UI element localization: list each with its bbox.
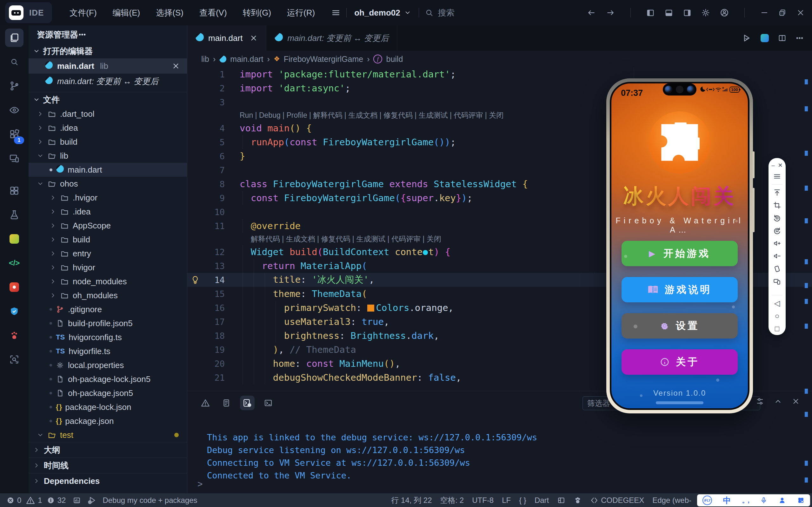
activity-item-extensions[interactable]: 1: [5, 125, 23, 144]
emulator-volume-up-button[interactable]: [773, 237, 781, 250]
activity-item-plugin-red[interactable]: [5, 278, 23, 296]
tree-folder-lib[interactable]: lib: [29, 149, 187, 163]
tree-file-oh-package-lock.json5[interactable]: oh-package-lock.json5: [29, 372, 187, 386]
global-search[interactable]: 搜索: [425, 7, 454, 18]
minimize-button[interactable]: [760, 8, 769, 17]
tree-folder-entry[interactable]: entry: [29, 246, 187, 261]
warning-count[interactable]: 1: [26, 496, 42, 505]
activity-item-plugin-yellow[interactable]: [5, 230, 23, 248]
emulator-rotate-right-button[interactable]: [773, 224, 781, 237]
breadcrumb[interactable]: lib›main.dart›❖FireboyWatergirlGame›fbui…: [187, 51, 812, 67]
account-icon[interactable]: [720, 8, 729, 17]
emulator-rotate-left-button[interactable]: [773, 212, 781, 224]
activity-item-explorer-files[interactable]: [5, 29, 23, 47]
hamburger-menu-icon[interactable]: [331, 8, 341, 17]
browser-target[interactable]: Edge (web-: [652, 496, 691, 505]
plugin-status-icon[interactable]: [574, 496, 582, 504]
filter-settings-icon[interactable]: [756, 397, 764, 406]
menu-item[interactable]: 文件(F): [62, 7, 104, 18]
game-button-开始游戏[interactable]: ▶开始游戏: [621, 241, 738, 266]
tree-file-.gitignore[interactable]: .gitignore: [29, 302, 187, 316]
lightbulb-icon[interactable]: [191, 275, 200, 285]
emulator-close-button[interactable]: ✕: [778, 162, 782, 169]
sidebar-section-大纲[interactable]: 大纲: [29, 442, 187, 457]
menu-item[interactable]: 运行(R): [279, 7, 323, 18]
tree-folder-node_modules[interactable]: node_modules: [29, 274, 187, 288]
game-button-游戏说明[interactable]: 游戏说明: [621, 277, 738, 302]
status-item[interactable]: LF: [502, 496, 511, 505]
activity-item-plugin-shield[interactable]: [5, 302, 23, 321]
files-section[interactable]: 文件: [29, 92, 187, 107]
status-item[interactable]: 行 14, 列 22: [391, 495, 432, 505]
toggle-secondary-sidebar-icon[interactable]: [683, 8, 692, 17]
toggle-panel-icon[interactable]: [664, 8, 673, 17]
activity-item-plugin-green[interactable]: </>: [5, 254, 23, 272]
tree-folder-test[interactable]: test: [29, 428, 187, 442]
emulator-rotate-device-button[interactable]: [773, 262, 781, 275]
terminal-tab-icon[interactable]: [261, 396, 276, 410]
activity-item-plugin-paw[interactable]: [5, 326, 23, 345]
close-icon[interactable]: [172, 62, 180, 70]
nav-forward-icon[interactable]: [606, 8, 615, 17]
activity-item-test-beaker[interactable]: [5, 206, 23, 224]
game-button-关于[interactable]: 关于: [621, 349, 738, 375]
status-item[interactable]: 空格: 2: [440, 495, 464, 505]
error-count[interactable]: 0: [6, 496, 21, 505]
emulator-multi-device-button[interactable]: [773, 275, 781, 288]
run-menu-icon[interactable]: [742, 33, 752, 43]
tree-folder-build[interactable]: build: [29, 135, 187, 149]
tree-folder-build[interactable]: build: [29, 233, 187, 246]
tree-file-main.dart[interactable]: main.dart: [29, 163, 187, 177]
emulator-volume-down-button[interactable]: [773, 250, 781, 262]
emulator-crop-button[interactable]: [773, 199, 781, 212]
activity-item-remote-device[interactable]: [5, 149, 23, 168]
activity-item-preview-eye[interactable]: [5, 101, 23, 119]
debug-console-tab-icon[interactable]: [240, 396, 255, 410]
tree-folder-hvigor[interactable]: hvigor: [29, 261, 187, 274]
status-item[interactable]: { }: [519, 496, 526, 505]
breadcrumb-item[interactable]: main.dart: [230, 55, 263, 64]
editor-tab[interactable]: main.dart: 变更前 ↔ 变更后: [266, 25, 397, 51]
tree-folder-ohos[interactable]: ohos: [29, 177, 187, 191]
tree-file-build-profile.json5[interactable]: build-profile.json5: [29, 316, 187, 330]
status-item[interactable]: Dart: [535, 496, 549, 505]
phone-screen[interactable]: 07:37 100 冰火人闯关 Fireboy & Watergirl A… ▶…: [610, 82, 750, 410]
breadcrumb-item[interactable]: build: [386, 55, 403, 64]
maximize-panel-icon[interactable]: [774, 397, 782, 406]
tree-file-oh-package.json5[interactable]: oh-package.json5: [29, 386, 187, 400]
gear-icon[interactable]: [701, 8, 710, 17]
ime-menu-icon[interactable]: [797, 497, 805, 504]
ime-punctuation-toggle[interactable]: 。,: [742, 496, 749, 505]
sidebar-section-Dependencies[interactable]: Dependencies: [29, 473, 187, 489]
status-item[interactable]: UTF-8: [472, 496, 494, 505]
close-button[interactable]: [796, 8, 805, 17]
user-icon[interactable]: [778, 497, 786, 504]
ime-logo[interactable]: iFLY: [702, 496, 712, 505]
emulator-nav-home-button[interactable]: ○: [775, 309, 779, 322]
overview-ruler[interactable]: [805, 25, 808, 493]
info-count[interactable]: 32: [47, 496, 66, 505]
debug-config-label[interactable]: Debug my code + packages: [103, 496, 197, 505]
console-prompt[interactable]: >: [198, 479, 203, 489]
tree-file-package-lock.json[interactable]: { }package-lock.json: [29, 400, 187, 414]
home-indicator[interactable]: [656, 401, 703, 404]
game-button-设置[interactable]: 设置: [621, 313, 738, 339]
split-editor-icon[interactable]: [778, 34, 787, 43]
breadcrumb-item[interactable]: FireboyWatergirlGame: [284, 55, 364, 64]
tree-folder-.dart_tool[interactable]: .dart_tool: [29, 107, 187, 121]
tree-folder-.idea[interactable]: .idea: [29, 205, 187, 219]
editor-tab[interactable]: main.dart: [187, 25, 266, 51]
emulator-menu-button[interactable]: [773, 170, 781, 183]
problems-tab-icon[interactable]: [198, 396, 213, 410]
project-selector[interactable]: oh_demo02: [354, 8, 411, 18]
more-actions-icon[interactable]: [78, 31, 86, 39]
close-panel-icon[interactable]: [792, 397, 800, 406]
open-editor-item[interactable]: main.dartlib: [29, 58, 187, 74]
menu-item[interactable]: 选择(S): [148, 7, 192, 18]
emulator-to-top-button[interactable]: [773, 186, 781, 199]
codegeex-status[interactable]: CODEGEEX: [590, 496, 644, 505]
emulator-minimize-button[interactable]: –: [771, 162, 774, 169]
tree-folder-oh_modules[interactable]: oh_modules: [29, 288, 187, 302]
emulator-nav-recents-button[interactable]: □: [775, 322, 779, 335]
activity-item-code-scan[interactable]: [5, 350, 23, 369]
